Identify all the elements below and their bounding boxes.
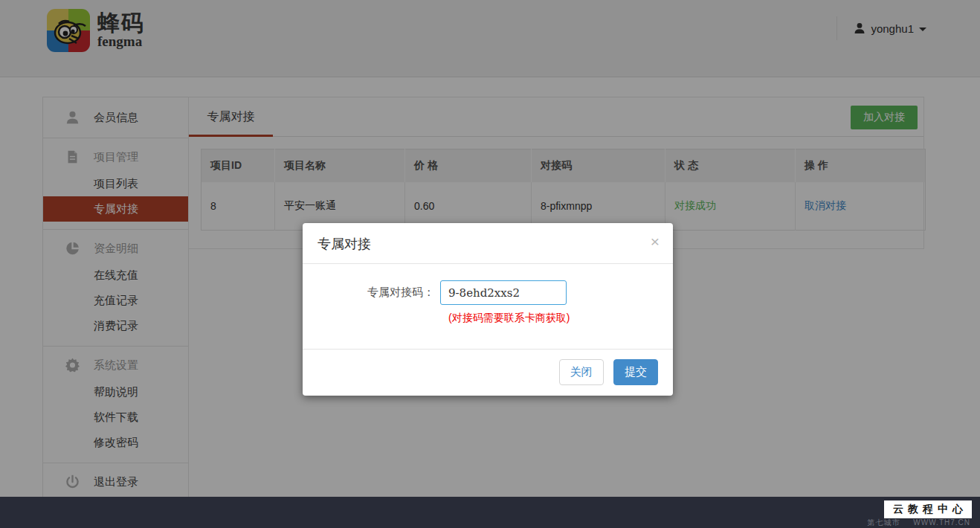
watermark-site-name: 第七城市 [868,518,900,527]
modal-body: 专属对接码： (对接码需要联系卡商获取) [303,264,673,338]
page: 蜂码 fengma yonghu1 会员信息 [0,0,980,528]
site-watermark: 第七城市 WWW.TH7.CN [868,518,970,528]
docking-code-hint: (对接码需要联系卡商获取) [448,312,658,325]
watermark-site-url: WWW.TH7.CN [913,518,970,527]
docking-code-form-row: 专属对接码： [317,280,658,305]
submit-button[interactable]: 提交 [613,359,658,385]
modal-title: 专属对接 [317,236,371,251]
cloud-tutorial-badge[interactable]: 云教程中心 [884,500,972,518]
close-button[interactable]: 关闭 [559,359,604,385]
exclusive-docking-modal: 专属对接 × 专属对接码： (对接码需要联系卡商获取) 关闭 提交 [303,223,673,396]
docking-code-label: 专属对接码： [317,286,440,300]
docking-code-input[interactable] [440,280,567,305]
modal-header: 专属对接 × [303,223,673,264]
close-icon[interactable]: × [651,234,660,249]
modal-footer: 关闭 提交 [303,349,673,396]
